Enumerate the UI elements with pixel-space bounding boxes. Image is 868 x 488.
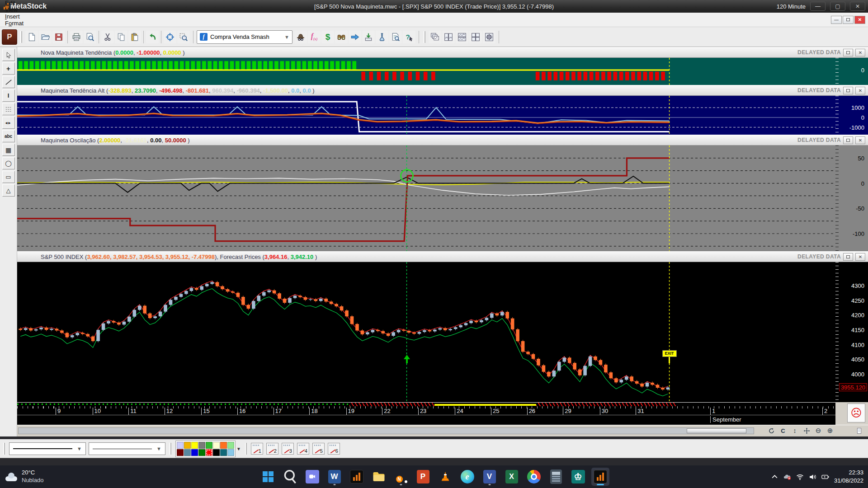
tri-tool[interactable]: △ <box>2 184 15 197</box>
tile4-icon[interactable] <box>469 31 482 43</box>
trend-buttons-grip[interactable] <box>245 443 247 455</box>
panel-close-button[interactable]: ✕ <box>855 49 865 56</box>
crosshair-tool[interactable]: + <box>2 62 15 75</box>
taskbar-start-icon[interactable] <box>259 468 277 486</box>
taskbar-ppt-icon[interactable]: P <box>414 468 432 486</box>
save-icon[interactable] <box>52 31 65 43</box>
pointer-tool[interactable] <box>2 49 15 61</box>
tray-wifi-icon[interactable] <box>796 473 804 481</box>
taskbar-mstockactive-icon[interactable] <box>591 468 609 486</box>
panel-restore-button[interactable] <box>843 136 853 144</box>
report-icon[interactable] <box>389 31 402 43</box>
expert-advisor-combobox[interactable]: f Compra Venda Smash ▼ <box>197 30 292 44</box>
tilev-icon[interactable] <box>442 31 455 43</box>
new-icon[interactable] <box>25 31 38 43</box>
binoc-icon[interactable] <box>335 31 348 43</box>
zoomarea-icon[interactable] <box>177 31 190 43</box>
taskbar-edge-icon[interactable]: e <box>458 468 476 486</box>
oscilacao-plot[interactable] <box>17 145 835 251</box>
pageico-icon[interactable] <box>854 426 864 435</box>
taskbar-mstock-icon[interactable] <box>348 468 366 486</box>
cut-icon[interactable] <box>101 31 114 43</box>
color-swatch[interactable] <box>227 449 234 456</box>
scrollbar-thumb[interactable] <box>687 428 746 433</box>
price-scale[interactable]: 3955.120 4300425042004150410040504000 <box>835 262 868 402</box>
minimize-button[interactable]: — <box>810 2 826 11</box>
taskbar-chrome-icon[interactable]: N <box>392 468 410 486</box>
panel-restore-button[interactable] <box>843 253 853 261</box>
dollar-icon[interactable]: $ <box>321 31 334 43</box>
expert-icon[interactable] <box>294 31 307 43</box>
tendencia-plot[interactable] <box>17 58 835 85</box>
help-icon[interactable]: ? <box>403 31 415 43</box>
navlr-tool[interactable]: ◂▸ <box>2 117 15 129</box>
open-icon[interactable] <box>39 31 52 43</box>
color-swatch[interactable] <box>206 449 212 456</box>
tray-vol-icon[interactable] <box>809 473 817 481</box>
trendline-preset-button-6[interactable]: 6 <box>328 443 340 455</box>
cbtn-icon[interactable]: C <box>778 426 788 435</box>
taskbar-clock[interactable]: 22:33 31/08/2022 <box>834 469 863 484</box>
panel-header-tendencia-alt[interactable]: Maquineta Tendência Alt (-328.893, 23.70… <box>17 85 868 96</box>
panel-header-oscilacao[interactable]: Maquineta Oscilação (2.00000, -21.6161, … <box>17 135 868 145</box>
panel-restore-button[interactable] <box>843 87 853 94</box>
ellipse-tool[interactable]: ◯ <box>2 157 15 169</box>
color-swatch[interactable] <box>184 449 191 456</box>
mdi-restore-button[interactable] <box>843 16 854 24</box>
trendline-preset-button-5[interactable]: 5 <box>312 443 325 455</box>
color-swatch[interactable] <box>177 449 184 456</box>
taskbar-chat-icon[interactable] <box>303 468 321 486</box>
vline-tool[interactable]: I <box>2 89 15 102</box>
rect-tool[interactable]: ▭ <box>2 171 15 183</box>
grid-tool[interactable]: ▦ <box>2 144 15 156</box>
panel-close-button[interactable]: ✕ <box>855 136 865 144</box>
copy-icon[interactable] <box>115 31 127 43</box>
menu-insert[interactable]: Insert <box>0 13 31 20</box>
color-swatch[interactable] <box>184 442 191 449</box>
menu-format[interactable]: Format <box>0 20 31 27</box>
panel-restore-button[interactable] <box>843 49 853 56</box>
fib-tool[interactable] <box>2 103 15 115</box>
horizontal-scrollbar[interactable] <box>18 427 754 434</box>
tileh-icon[interactable] <box>456 31 468 43</box>
line-style-combobox[interactable]: ▼ <box>9 442 86 455</box>
cascade-icon[interactable] <box>429 31 441 43</box>
tester-icon[interactable] <box>376 31 388 43</box>
toolbar-grip-2[interactable] <box>424 31 425 43</box>
power-console-button[interactable]: P <box>2 29 17 45</box>
tendencia-alt-plot[interactable] <box>17 96 835 135</box>
arrow-icon[interactable] <box>349 31 361 43</box>
trendline-tool[interactable] <box>2 76 15 88</box>
refresh-icon[interactable] <box>766 426 777 435</box>
abc-tool[interactable]: abc <box>2 130 15 142</box>
taskbar-calc-icon[interactable] <box>547 468 565 486</box>
panel-close-button[interactable]: ✕ <box>855 87 865 94</box>
pan-icon[interactable] <box>801 426 812 435</box>
tray-battery-icon[interactable] <box>821 473 830 481</box>
taskbar-excel-icon[interactable]: X <box>503 468 521 486</box>
updown-icon[interactable]: ↕ <box>789 426 800 435</box>
paste-icon[interactable] <box>128 31 141 43</box>
color-swatch[interactable] <box>206 442 212 449</box>
tendencia-scale[interactable]: 0 <box>835 58 868 85</box>
palette-dropdown-icon[interactable]: ▼ <box>236 446 241 451</box>
zin-icon[interactable]: ⊕ <box>825 426 835 435</box>
menu-edit[interactable]: Edit <box>0 0 31 6</box>
trendline-preset-button-4[interactable]: 4 <box>297 443 309 455</box>
undo-icon[interactable] <box>146 31 159 43</box>
mdi-close-button[interactable]: ✕ <box>854 16 865 24</box>
color-swatch[interactable] <box>213 442 220 449</box>
taskbar-search-icon[interactable] <box>281 468 299 486</box>
menu-view[interactable]: View <box>0 6 31 13</box>
tendencia-alt-scale[interactable]: 10000-1000 <box>835 96 868 135</box>
fx-icon[interactable]: f(x) <box>308 31 321 43</box>
gearchart-icon[interactable] <box>483 31 495 43</box>
color-swatch[interactable] <box>198 449 205 456</box>
oscilacao-scale[interactable]: 500-50-100 <box>835 145 868 251</box>
maximize-button[interactable]: ▢ <box>830 2 845 11</box>
color-swatch[interactable] <box>220 442 227 449</box>
trendline-preset-button-1[interactable]: 1 <box>251 443 263 455</box>
panel-header-price[interactable]: S&P 500 INDEX (3,962.60, 3,982.57, 3,954… <box>17 251 868 262</box>
color-swatch[interactable] <box>213 449 220 456</box>
color-swatch[interactable] <box>191 449 198 456</box>
